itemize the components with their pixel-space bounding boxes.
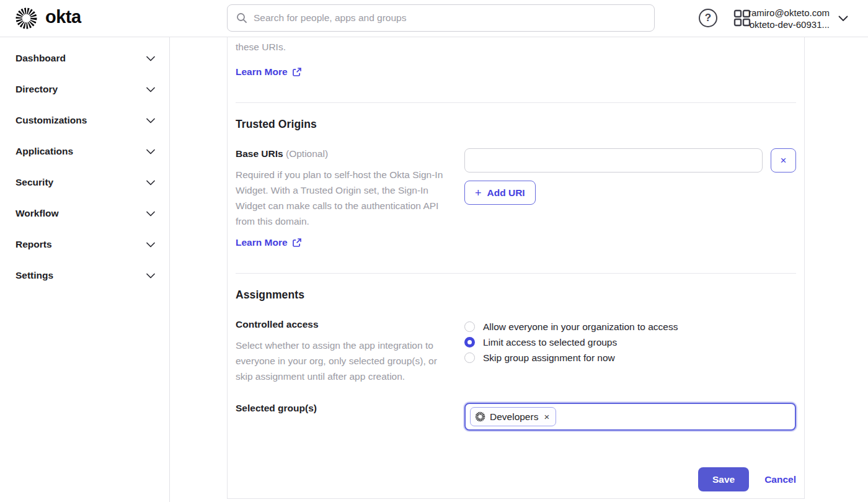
external-link-icon	[293, 68, 301, 76]
selected-groups-input[interactable]: Developers ×	[464, 403, 796, 431]
help-icon[interactable]: ?	[699, 9, 717, 27]
learn-more-link-intro[interactable]: Learn More	[236, 66, 301, 78]
okta-logo[interactable]: okta	[15, 7, 81, 30]
sidebar-item-dashboard[interactable]: Dashboard	[0, 43, 169, 74]
sidebar-item-customizations[interactable]: Customizations	[0, 105, 169, 136]
chevron-down-icon	[146, 149, 155, 155]
controlled-access-description: Select whether to assign the app integra…	[236, 338, 446, 384]
account-menu[interactable]: ramiro@okteto.com okteto-dev-60931...	[748, 0, 848, 37]
close-icon: ×	[781, 155, 787, 167]
chevron-down-icon	[838, 16, 848, 22]
account-org: okteto-dev-60931...	[748, 19, 830, 30]
chevron-down-icon	[146, 56, 155, 61]
assignments-title: Assignments	[236, 289, 796, 302]
radio-limit-access[interactable]: Limit access to selected groups	[464, 334, 796, 350]
base-uri-input[interactable]	[464, 148, 763, 173]
base-uris-label: Base URIs (Optional)	[236, 148, 446, 159]
sidebar-item-directory[interactable]: Directory	[0, 74, 169, 105]
add-uri-button[interactable]: + Add URI	[464, 181, 536, 205]
radio-button	[464, 321, 475, 332]
form-actions: Save Cancel	[698, 467, 796, 491]
external-link-icon	[293, 238, 301, 247]
trusted-origins-title: Trusted Origins	[236, 118, 796, 131]
selected-groups-row: Selected group(s) Developers ×	[236, 403, 796, 431]
search-input[interactable]	[254, 12, 645, 24]
chevron-down-icon	[146, 242, 155, 248]
selected-groups-label: Selected group(s)	[236, 403, 446, 414]
top-header: okta ? ramiro@okteto.com okteto-dev-6093…	[0, 0, 868, 37]
plus-icon: +	[475, 187, 482, 199]
chevron-down-icon	[146, 211, 155, 217]
remove-uri-button[interactable]: ×	[771, 148, 796, 173]
chevron-down-icon	[146, 273, 155, 279]
account-email: ramiro@okteto.com	[748, 7, 830, 19]
sidebar-item-applications[interactable]: Applications	[0, 136, 169, 167]
group-chip-developers: Developers ×	[470, 407, 556, 426]
okta-sunburst-icon	[15, 7, 38, 30]
save-button[interactable]: Save	[698, 467, 749, 491]
section-divider	[236, 273, 796, 274]
radio-allow-everyone[interactable]: Allow everyone in your organization to a…	[464, 319, 796, 334]
clipped-paragraph: these URIs.	[236, 39, 796, 55]
search-icon	[236, 12, 247, 24]
radio-skip-assignment[interactable]: Skip group assignment for now	[464, 350, 796, 365]
learn-more-link-base-uris[interactable]: Learn More	[236, 237, 301, 248]
global-search[interactable]	[227, 4, 655, 32]
base-uris-description: Required if you plan to self-host the Ok…	[236, 167, 446, 229]
chevron-down-icon	[146, 87, 155, 92]
okta-wordmark: okta	[45, 8, 81, 29]
sidebar-item-settings[interactable]: Settings	[0, 260, 169, 291]
close-icon[interactable]: ×	[544, 412, 549, 421]
app-settings-card: these URIs. Learn More Trusted Origins B…	[227, 37, 805, 499]
optional-tag: (Optional)	[286, 148, 328, 159]
sidebar-item-reports[interactable]: Reports	[0, 229, 169, 260]
radio-button	[464, 337, 475, 347]
controlled-access-row: Controlled access Select whether to assi…	[236, 319, 796, 384]
controlled-access-label: Controlled access	[236, 319, 446, 330]
section-divider	[236, 102, 796, 103]
chevron-down-icon	[146, 180, 155, 186]
base-uris-row: Base URIs (Optional) Required if you pla…	[236, 148, 796, 248]
sidebar-nav: Dashboard Directory Customizations Appli…	[0, 37, 170, 502]
sidebar-item-security[interactable]: Security	[0, 167, 169, 198]
sidebar-item-workflow[interactable]: Workflow	[0, 198, 169, 229]
cancel-button[interactable]: Cancel	[764, 474, 796, 485]
chevron-down-icon	[146, 118, 155, 123]
okta-sunburst-icon	[475, 411, 485, 422]
radio-button	[464, 352, 475, 363]
